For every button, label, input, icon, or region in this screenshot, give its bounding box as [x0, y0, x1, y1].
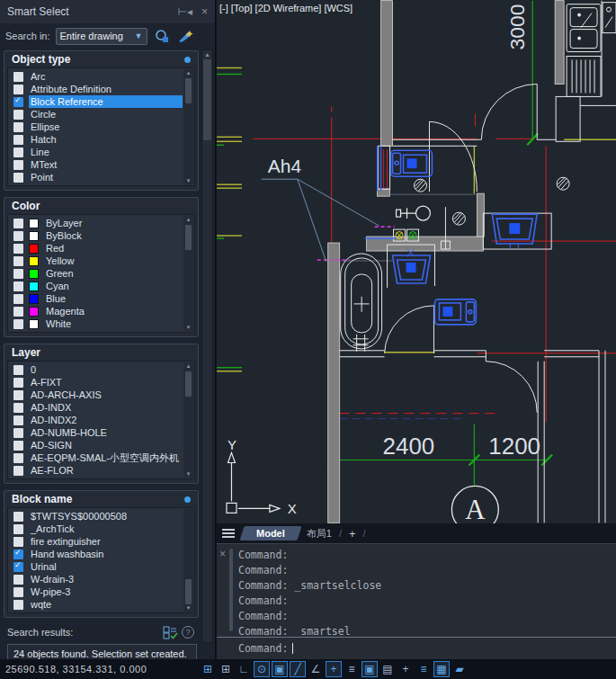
checkbox[interactable] — [13, 219, 23, 228]
list-item[interactable]: Ellipse — [10, 121, 183, 133]
checkbox[interactable] — [13, 575, 23, 585]
annotation-scale-icon[interactable]: ≡ — [415, 661, 432, 677]
polar-snap-icon[interactable]: ╱ — [290, 661, 306, 677]
checkbox[interactable] — [13, 281, 23, 291]
checkbox-checked[interactable] — [13, 549, 23, 559]
checkbox[interactable] — [13, 147, 23, 157]
list-item[interactable]: W-drain-3 — [10, 573, 183, 585]
tab-model[interactable]: Model — [239, 526, 301, 541]
list-item[interactable]: Attribute Definition — [10, 83, 183, 95]
list-item[interactable]: MText — [10, 158, 183, 171]
list-item[interactable]: AE-FLOR — [10, 464, 183, 477]
tab-layout1[interactable]: 布局1 — [307, 527, 332, 541]
checkbox[interactable] — [13, 600, 23, 610]
list-item[interactable]: Urinal — [10, 560, 183, 573]
list-item[interactable]: A-FIXT — [10, 376, 183, 389]
checkbox[interactable] — [13, 135, 23, 145]
list-scrollbar[interactable]: ▴▾ — [183, 216, 193, 331]
quick-properties-icon[interactable]: + — [397, 661, 414, 677]
checkbox[interactable] — [13, 294, 23, 304]
command-window[interactable]: × Command: Command: Command: _smartselcl… — [217, 543, 616, 659]
list-item[interactable]: Line — [10, 146, 183, 158]
checkbox[interactable] — [13, 378, 23, 388]
list-item[interactable]: Yellow — [10, 255, 183, 267]
list-item[interactable]: AD-SIGN — [10, 439, 183, 451]
palette-close-icon[interactable]: × — [201, 5, 208, 18]
checkbox[interactable] — [13, 453, 23, 463]
annotation-monitor-icon[interactable]: ▰ — [451, 661, 468, 677]
layout-menu-icon[interactable] — [222, 527, 235, 540]
list-item[interactable]: Cyan — [10, 280, 183, 292]
grid-settings-icon[interactable]: ⊞ — [200, 661, 216, 677]
clear-filter-brush-icon[interactable] — [176, 28, 194, 44]
checkbox-checked[interactable] — [13, 562, 23, 572]
ortho-mode-icon[interactable]: ∟ — [236, 661, 252, 677]
command-scrollbar[interactable] — [229, 549, 233, 631]
list-item[interactable]: Point — [10, 171, 183, 183]
list-item[interactable]: ByLayer — [10, 217, 183, 229]
checkbox[interactable] — [13, 244, 23, 254]
checkbox[interactable] — [13, 85, 23, 94]
checkbox[interactable] — [13, 524, 23, 534]
checkbox[interactable] — [13, 307, 23, 317]
list-item[interactable]: Magenta — [10, 305, 183, 317]
drawing-viewport[interactable]: Ah4 3000 2400 1200 A Y — [217, 0, 616, 523]
list-item[interactable]: $TWTSYS$00000508 — [10, 510, 183, 523]
palette-scrollbar[interactable]: ▴ — [201, 49, 213, 643]
checkbox[interactable] — [13, 256, 23, 266]
list-item[interactable]: wqte — [10, 598, 183, 611]
checkbox[interactable] — [13, 428, 23, 438]
checkbox[interactable] — [13, 537, 23, 547]
checkbox[interactable] — [13, 231, 23, 241]
help-icon[interactable]: ? — [179, 624, 197, 640]
viewport-controls-label[interactable]: [-] [Top] [2D Wireframe] [WCS] — [219, 3, 353, 13]
search-scope-dropdown[interactable]: Entire drawing ▼ — [56, 28, 147, 45]
list-item[interactable]: Green — [10, 267, 183, 280]
list-item[interactable]: Hatch — [10, 133, 183, 146]
list-item[interactable]: AE-EQPM-SMAL-小型空调内外机 — [10, 451, 183, 464]
command-input[interactable]: Command: — [238, 640, 293, 657]
list-item[interactable]: AD-NUMB-HOLE — [10, 426, 183, 439]
list-item-selected[interactable]: Block Reference — [10, 95, 183, 108]
snap-tracking-icon[interactable]: ∠ — [308, 661, 324, 677]
list-item[interactable]: Red — [10, 242, 183, 255]
properties-list-icon[interactable]: ▤ — [379, 661, 396, 677]
checkbox[interactable] — [13, 512, 23, 522]
checkbox[interactable] — [13, 403, 23, 413]
dock-pin-icon[interactable]: ⊢◂ — [178, 5, 192, 18]
lineweight-display-icon[interactable]: ≡ — [344, 661, 360, 677]
checkbox[interactable] — [13, 319, 23, 329]
checkbox[interactable] — [13, 390, 23, 400]
list-item[interactable]: AD-INDX — [10, 401, 183, 414]
selection-cycling-icon[interactable]: ▣ — [362, 661, 378, 677]
list-item[interactable]: Circle — [10, 108, 183, 121]
graphics-monitor-icon[interactable]: ▦ — [433, 661, 450, 677]
list-scrollbar[interactable]: ▴▾ — [183, 362, 193, 478]
checkbox[interactable] — [13, 122, 23, 132]
checkbox[interactable] — [13, 173, 23, 183]
checkbox-checked[interactable] — [13, 97, 23, 107]
checkbox[interactable] — [13, 160, 23, 170]
list-scrollbar[interactable]: ▴▾ — [183, 69, 193, 184]
select-objects-icon[interactable] — [153, 28, 171, 44]
checkbox[interactable] — [13, 415, 23, 425]
list-item[interactable]: Blue — [10, 292, 183, 305]
list-item[interactable]: _ArchTick — [10, 523, 183, 535]
checkbox[interactable] — [13, 110, 23, 120]
grid-display-icon[interactable]: ⊞ — [218, 661, 234, 677]
list-item[interactable]: ByBlock — [10, 229, 183, 242]
new-layout-button[interactable]: + — [349, 527, 356, 541]
list-item[interactable]: Hand washbasin — [10, 548, 183, 560]
list-item[interactable]: AD-INDX2 — [10, 414, 183, 426]
list-item[interactable]: AD-ARCH-AXIS — [10, 389, 183, 401]
checkbox[interactable] — [13, 466, 23, 476]
list-item[interactable]: Arc — [10, 70, 183, 83]
checkbox[interactable] — [13, 269, 23, 279]
checkbox[interactable] — [13, 365, 23, 375]
object-snap-icon[interactable]: ▣ — [272, 661, 288, 677]
command-close-icon[interactable]: × — [219, 548, 226, 560]
list-item[interactable]: 0 — [10, 363, 183, 376]
checkbox[interactable] — [13, 72, 23, 82]
list-item[interactable]: White — [10, 317, 183, 330]
list-item[interactable]: fire extinguisher — [10, 535, 183, 548]
